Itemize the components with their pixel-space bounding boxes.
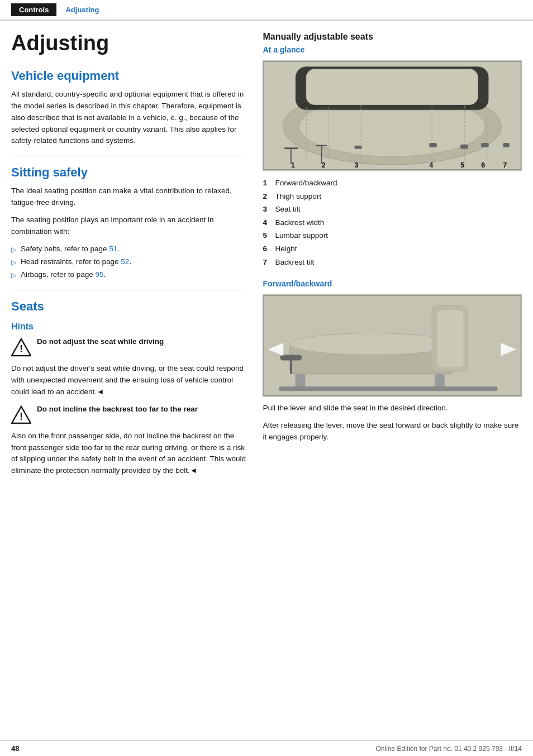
svg-text:1: 1 bbox=[291, 161, 295, 169]
forward-backward-heading: Forward/backward bbox=[263, 279, 522, 288]
list-item-3: 3 Seat tilt bbox=[263, 203, 522, 216]
warning-icon-1: ! bbox=[11, 337, 31, 357]
warning-text-2: Do not incline the backrest too far to t… bbox=[37, 404, 198, 415]
vehicle-equipment-heading: Vehicle equipment bbox=[11, 69, 246, 83]
svg-rect-40 bbox=[280, 355, 302, 361]
warning-box-2: ! Do not incline the backrest too far to… bbox=[11, 404, 246, 425]
footer-edition: Online Edition for Part no. 01 40 2 925 … bbox=[375, 745, 522, 753]
nav-adjusting[interactable]: Adjusting bbox=[58, 3, 107, 16]
forward-backward-body2: After releasing the lever, move the seat… bbox=[263, 420, 522, 443]
vehicle-equipment-body: All standard, country-specific and optio… bbox=[11, 89, 246, 147]
list-item-7: 7 Backrest tilt bbox=[263, 256, 522, 269]
seat-top-image: 1 2 3 4 5 6 7 bbox=[263, 60, 522, 171]
list-item: ▷ Airbags, refer to page 95. bbox=[11, 269, 246, 281]
list-item-2: 2 Thigh support bbox=[263, 190, 522, 203]
page-link-52[interactable]: 52 bbox=[121, 257, 129, 266]
svg-rect-38 bbox=[435, 374, 445, 387]
nav-controls[interactable]: Controls bbox=[11, 3, 56, 16]
warning-box-1: ! Do not adjust the seat while driving bbox=[11, 336, 246, 357]
at-a-glance-heading: At a glance bbox=[263, 45, 522, 54]
svg-text:6: 6 bbox=[482, 161, 486, 169]
sitting-safely-body1: The ideal seating position can make a vi… bbox=[11, 185, 246, 209]
list-item-5: 5 Lumbar support bbox=[263, 229, 522, 242]
svg-text:2: 2 bbox=[322, 161, 326, 169]
svg-rect-37 bbox=[296, 374, 306, 387]
svg-rect-28 bbox=[460, 145, 468, 149]
list-item: ▷ Safety belts, refer to page 51. bbox=[11, 243, 246, 255]
divider-2 bbox=[11, 290, 246, 290]
svg-rect-8 bbox=[307, 69, 478, 105]
sitting-safely-bullets: ▷ Safety belts, refer to page 51. ▷ Head… bbox=[11, 243, 246, 281]
main-content: Adjusting Vehicle equipment All standard… bbox=[0, 21, 533, 482]
list-item-1: 1 Forward/backward bbox=[263, 177, 522, 189]
page-link-51[interactable]: 51 bbox=[109, 245, 117, 253]
warning-text-1: Do not adjust the seat while driving bbox=[37, 336, 164, 348]
svg-text:4: 4 bbox=[430, 161, 434, 169]
top-nav: Controls Adjusting bbox=[0, 0, 533, 21]
svg-text:7: 7 bbox=[503, 161, 507, 169]
warning2-body: Also on the front passenger side, do not… bbox=[11, 430, 246, 477]
list-item: ▷ Head restraints, refer to page 52. bbox=[11, 256, 246, 268]
page-link-95[interactable]: 95 bbox=[96, 270, 104, 279]
svg-rect-29 bbox=[482, 143, 489, 147]
list-item-4: 4 Backrest width bbox=[263, 217, 522, 229]
seats-heading: Seats bbox=[11, 299, 246, 314]
svg-rect-26 bbox=[355, 146, 363, 149]
right-column: Manually adjustable seats At a glance bbox=[263, 21, 522, 482]
bullet-arrow-icon: ▷ bbox=[11, 245, 16, 255]
svg-text:!: ! bbox=[20, 411, 23, 422]
page-title: Adjusting bbox=[11, 32, 246, 55]
svg-rect-39 bbox=[279, 386, 498, 391]
svg-text:!: ! bbox=[20, 343, 23, 355]
sitting-safely-body2: The seating position plays an important … bbox=[11, 214, 246, 238]
sitting-safely-heading: Sitting safely bbox=[11, 165, 246, 180]
page-number: 48 bbox=[11, 744, 19, 753]
svg-point-34 bbox=[290, 333, 454, 355]
svg-rect-30 bbox=[503, 143, 510, 147]
seat-fb-image bbox=[263, 294, 522, 397]
svg-rect-36 bbox=[437, 310, 464, 368]
forward-backward-body1: Pull the lever and slide the seat in the… bbox=[263, 403, 522, 414]
divider-1 bbox=[11, 156, 246, 156]
list-item-6: 6 Height bbox=[263, 243, 522, 255]
bullet-arrow-icon: ▷ bbox=[11, 257, 16, 268]
numbered-list: 1 Forward/backward 2 Thigh support 3 Sea… bbox=[263, 177, 522, 268]
warning1-body: Do not adjust the driver's seat while dr… bbox=[11, 363, 246, 398]
manually-adjustable-heading: Manually adjustable seats bbox=[263, 32, 373, 41]
hints-heading: Hints bbox=[11, 322, 246, 332]
svg-rect-27 bbox=[430, 143, 437, 147]
footer: 48 Online Edition for Part no. 01 40 2 9… bbox=[0, 740, 533, 756]
warning-icon-2: ! bbox=[11, 405, 31, 425]
left-column: Adjusting Vehicle equipment All standard… bbox=[11, 21, 263, 482]
svg-text:3: 3 bbox=[355, 161, 359, 169]
bullet-arrow-icon: ▷ bbox=[11, 270, 16, 281]
svg-text:5: 5 bbox=[460, 161, 464, 169]
